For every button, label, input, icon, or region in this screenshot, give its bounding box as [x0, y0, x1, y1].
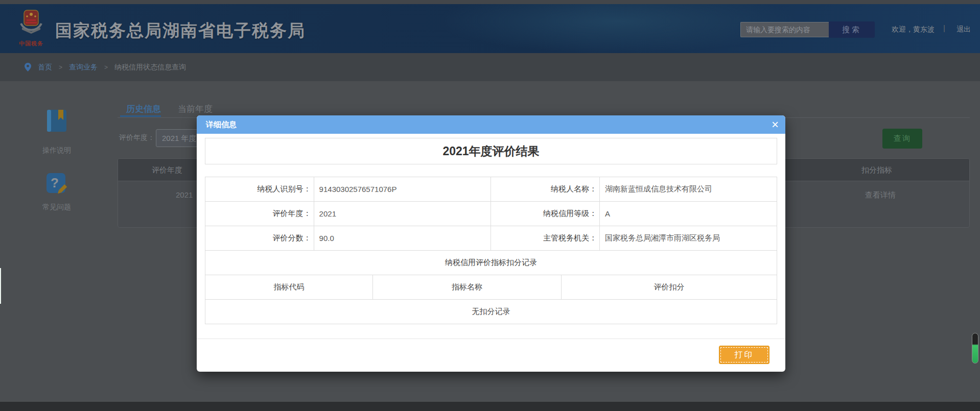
- table-row: 纳税信用评价指标扣分记录: [205, 251, 777, 275]
- left-edge-artifact: [0, 268, 1, 304]
- modal-body: 2021年度评价结果 纳税人识别号： 91430302576571076P 纳税…: [197, 134, 785, 372]
- modal-title: 详细信息: [197, 120, 237, 129]
- table-row: 评价年度： 2021 纳税信用等级： A: [205, 202, 777, 226]
- close-icon[interactable]: ×: [772, 116, 779, 133]
- taxpayer-id-label: 纳税人识别号：: [205, 177, 314, 202]
- credit-level-value: A: [600, 202, 777, 226]
- print-button[interactable]: 打印: [719, 346, 769, 364]
- indicator-code-header: 指标代码: [205, 275, 373, 300]
- taxpayer-name-label: 纳税人名称：: [491, 177, 600, 202]
- evaluation-info-table: 纳税人识别号： 91430302576571076P 纳税人名称： 湖南新蓝恒成…: [205, 177, 777, 275]
- table-row: 纳税人识别号： 91430302576571076P 纳税人名称： 湖南新蓝恒成…: [205, 177, 777, 202]
- deduction-section-title: 纳税信用评价指标扣分记录: [205, 251, 777, 275]
- deduction-score-header: 评价扣分: [562, 275, 777, 300]
- taxpayer-name-value: 湖南新蓝恒成信息技术有限公司: [600, 177, 777, 202]
- table-row: 无扣分记录: [205, 300, 777, 324]
- eval-score-label: 评价分数：: [205, 226, 314, 251]
- eval-year-value: 2021: [314, 202, 491, 226]
- scroll-progress-indicator: [972, 333, 978, 364]
- eval-score-value: 90.0: [314, 226, 491, 251]
- modal-footer: 打印: [205, 339, 777, 372]
- eval-year-label: 评价年度：: [205, 202, 314, 226]
- deduction-table: 指标代码 指标名称 评价扣分 无扣分记录: [205, 275, 777, 324]
- tax-authority-label: 主管税务机关：: [491, 226, 600, 251]
- tax-authority-value: 国家税务总局湘潭市雨湖区税务局: [600, 226, 777, 251]
- modal-header: 详细信息 ×: [197, 115, 785, 134]
- result-heading: 2021年度评价结果: [205, 138, 777, 164]
- no-deduction-records-text: 无扣分记录: [205, 300, 777, 324]
- taxpayer-id-value: 91430302576571076P: [314, 177, 491, 202]
- table-row: 指标代码 指标名称 评价扣分: [205, 275, 777, 300]
- table-row: 评价分数： 90.0 主管税务机关： 国家税务总局湘潭市雨湖区税务局: [205, 226, 777, 251]
- indicator-name-header: 指标名称: [372, 275, 561, 300]
- details-modal: 详细信息 × 2021年度评价结果 纳税人识别号： 91430302576571…: [197, 115, 785, 372]
- credit-level-label: 纳税信用等级：: [491, 202, 600, 226]
